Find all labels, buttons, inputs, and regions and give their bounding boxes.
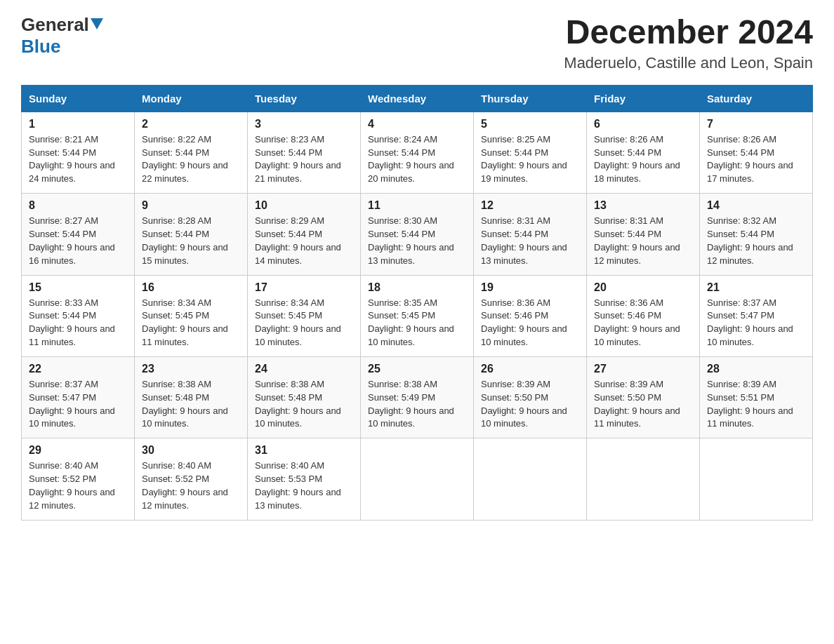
day-number: 25 (368, 363, 466, 375)
calendar-cell: 29 Sunrise: 8:40 AMSunset: 5:52 PMDaylig… (22, 438, 135, 520)
calendar-cell: 16 Sunrise: 8:34 AMSunset: 5:45 PMDaylig… (135, 275, 248, 356)
day-number: 26 (481, 363, 579, 375)
logo-blue: Blue (21, 36, 60, 57)
calendar-week-4: 22 Sunrise: 8:37 AMSunset: 5:47 PMDaylig… (22, 356, 813, 438)
calendar-cell: 21 Sunrise: 8:37 AMSunset: 5:47 PMDaylig… (700, 275, 813, 356)
day-info: Sunrise: 8:27 AMSunset: 5:44 PMDaylight:… (29, 215, 127, 267)
day-info: Sunrise: 8:36 AMSunset: 5:46 PMDaylight:… (594, 297, 692, 349)
calendar-cell: 10 Sunrise: 8:29 AMSunset: 5:44 PMDaylig… (248, 194, 361, 275)
day-header-sunday: Sunday (22, 85, 135, 112)
day-number: 5 (481, 118, 579, 130)
day-info: Sunrise: 8:26 AMSunset: 5:44 PMDaylight:… (707, 133, 805, 186)
calendar-cell: 19 Sunrise: 8:36 AMSunset: 5:46 PMDaylig… (474, 275, 587, 356)
calendar-cell (474, 438, 587, 520)
calendar-cell: 17 Sunrise: 8:34 AMSunset: 5:45 PMDaylig… (248, 275, 361, 356)
calendar-cell (700, 438, 813, 520)
day-number: 16 (142, 281, 240, 294)
day-info: Sunrise: 8:32 AMSunset: 5:44 PMDaylight:… (707, 215, 805, 267)
calendar-cell: 18 Sunrise: 8:35 AMSunset: 5:45 PMDaylig… (361, 275, 474, 356)
calendar-cell: 5 Sunrise: 8:25 AMSunset: 5:44 PMDayligh… (474, 112, 587, 193)
day-info: Sunrise: 8:24 AMSunset: 5:44 PMDaylight:… (368, 133, 466, 186)
logo-general: General (21, 14, 89, 36)
calendar-cell: 27 Sunrise: 8:39 AMSunset: 5:50 PMDaylig… (587, 356, 700, 438)
calendar-cell: 30 Sunrise: 8:40 AMSunset: 5:52 PMDaylig… (135, 438, 248, 520)
day-info: Sunrise: 8:23 AMSunset: 5:44 PMDaylight:… (255, 133, 353, 186)
calendar-cell: 4 Sunrise: 8:24 AMSunset: 5:44 PMDayligh… (361, 112, 474, 193)
title-block: December 2024 Maderuelo, Castille and Le… (564, 14, 813, 72)
page-header: General Blue December 2024 Maderuelo, Ca… (21, 14, 813, 72)
calendar-cell: 14 Sunrise: 8:32 AMSunset: 5:44 PMDaylig… (700, 194, 813, 275)
calendar-title: December 2024 (564, 14, 813, 51)
day-info: Sunrise: 8:40 AMSunset: 5:52 PMDaylight:… (142, 459, 240, 512)
day-info: Sunrise: 8:34 AMSunset: 5:45 PMDaylight:… (255, 297, 353, 349)
day-number: 11 (368, 199, 466, 212)
day-info: Sunrise: 8:35 AMSunset: 5:45 PMDaylight:… (368, 297, 466, 349)
calendar-cell: 2 Sunrise: 8:22 AMSunset: 5:44 PMDayligh… (135, 112, 248, 193)
day-number: 15 (29, 281, 127, 294)
day-number: 18 (368, 281, 466, 294)
calendar-cell: 3 Sunrise: 8:23 AMSunset: 5:44 PMDayligh… (248, 112, 361, 193)
day-number: 10 (255, 199, 353, 212)
calendar-cell: 28 Sunrise: 8:39 AMSunset: 5:51 PMDaylig… (700, 356, 813, 438)
calendar-cell (587, 438, 700, 520)
day-info: Sunrise: 8:29 AMSunset: 5:44 PMDaylight:… (255, 215, 353, 267)
calendar-cell: 11 Sunrise: 8:30 AMSunset: 5:44 PMDaylig… (361, 194, 474, 275)
calendar-cell: 15 Sunrise: 8:33 AMSunset: 5:44 PMDaylig… (22, 275, 135, 356)
day-number: 23 (142, 363, 240, 375)
svg-marker-0 (91, 18, 103, 29)
calendar-cell: 31 Sunrise: 8:40 AMSunset: 5:53 PMDaylig… (248, 438, 361, 520)
day-number: 3 (255, 118, 353, 130)
day-number: 9 (142, 199, 240, 212)
calendar-week-3: 15 Sunrise: 8:33 AMSunset: 5:44 PMDaylig… (22, 275, 813, 356)
calendar-cell: 22 Sunrise: 8:37 AMSunset: 5:47 PMDaylig… (22, 356, 135, 438)
calendar-cell: 8 Sunrise: 8:27 AMSunset: 5:44 PMDayligh… (22, 194, 135, 275)
calendar-subtitle: Maderuelo, Castille and Leon, Spain (564, 54, 813, 72)
calendar-table: SundayMondayTuesdayWednesdayThursdayFrid… (21, 85, 813, 521)
calendar-cell: 1 Sunrise: 8:21 AMSunset: 5:44 PMDayligh… (22, 112, 135, 193)
day-info: Sunrise: 8:33 AMSunset: 5:44 PMDaylight:… (29, 297, 127, 349)
calendar-cell: 6 Sunrise: 8:26 AMSunset: 5:44 PMDayligh… (587, 112, 700, 193)
calendar-cell: 25 Sunrise: 8:38 AMSunset: 5:49 PMDaylig… (361, 356, 474, 438)
calendar-cell: 20 Sunrise: 8:36 AMSunset: 5:46 PMDaylig… (587, 275, 700, 356)
day-info: Sunrise: 8:38 AMSunset: 5:48 PMDaylight:… (255, 378, 353, 431)
day-number: 29 (29, 444, 127, 457)
day-number: 14 (707, 199, 805, 212)
calendar-week-1: 1 Sunrise: 8:21 AMSunset: 5:44 PMDayligh… (22, 112, 813, 193)
calendar-cell: 7 Sunrise: 8:26 AMSunset: 5:44 PMDayligh… (700, 112, 813, 193)
calendar-cell: 23 Sunrise: 8:38 AMSunset: 5:48 PMDaylig… (135, 356, 248, 438)
day-info: Sunrise: 8:39 AMSunset: 5:50 PMDaylight:… (481, 378, 579, 431)
day-number: 13 (594, 199, 692, 212)
day-info: Sunrise: 8:25 AMSunset: 5:44 PMDaylight:… (481, 133, 579, 186)
day-info: Sunrise: 8:38 AMSunset: 5:48 PMDaylight:… (142, 378, 240, 431)
day-info: Sunrise: 8:40 AMSunset: 5:52 PMDaylight:… (29, 459, 127, 512)
day-info: Sunrise: 8:34 AMSunset: 5:45 PMDaylight:… (142, 297, 240, 349)
day-number: 4 (368, 118, 466, 130)
day-info: Sunrise: 8:28 AMSunset: 5:44 PMDaylight:… (142, 215, 240, 267)
day-number: 30 (142, 444, 240, 457)
calendar-header-row: SundayMondayTuesdayWednesdayThursdayFrid… (22, 85, 813, 112)
day-header-thursday: Thursday (474, 85, 587, 112)
day-info: Sunrise: 8:22 AMSunset: 5:44 PMDaylight:… (142, 133, 240, 186)
day-info: Sunrise: 8:30 AMSunset: 5:44 PMDaylight:… (368, 215, 466, 267)
day-info: Sunrise: 8:40 AMSunset: 5:53 PMDaylight:… (255, 459, 353, 512)
day-info: Sunrise: 8:37 AMSunset: 5:47 PMDaylight:… (29, 378, 127, 431)
day-header-monday: Monday (135, 85, 248, 112)
day-info: Sunrise: 8:39 AMSunset: 5:50 PMDaylight:… (594, 378, 692, 431)
calendar-week-5: 29 Sunrise: 8:40 AMSunset: 5:52 PMDaylig… (22, 438, 813, 520)
day-number: 20 (594, 281, 692, 294)
day-info: Sunrise: 8:31 AMSunset: 5:44 PMDaylight:… (481, 215, 579, 267)
calendar-cell: 26 Sunrise: 8:39 AMSunset: 5:50 PMDaylig… (474, 356, 587, 438)
day-info: Sunrise: 8:36 AMSunset: 5:46 PMDaylight:… (481, 297, 579, 349)
day-number: 22 (29, 363, 127, 375)
day-number: 19 (481, 281, 579, 294)
day-header-saturday: Saturday (700, 85, 813, 112)
day-number: 6 (594, 118, 692, 130)
day-header-wednesday: Wednesday (361, 85, 474, 112)
logo-triangle-icon (89, 17, 103, 32)
calendar-cell: 24 Sunrise: 8:38 AMSunset: 5:48 PMDaylig… (248, 356, 361, 438)
day-number: 1 (29, 118, 127, 130)
day-header-tuesday: Tuesday (248, 85, 361, 112)
calendar-body: 1 Sunrise: 8:21 AMSunset: 5:44 PMDayligh… (22, 112, 813, 520)
day-info: Sunrise: 8:38 AMSunset: 5:49 PMDaylight:… (368, 378, 466, 431)
day-number: 21 (707, 281, 805, 294)
